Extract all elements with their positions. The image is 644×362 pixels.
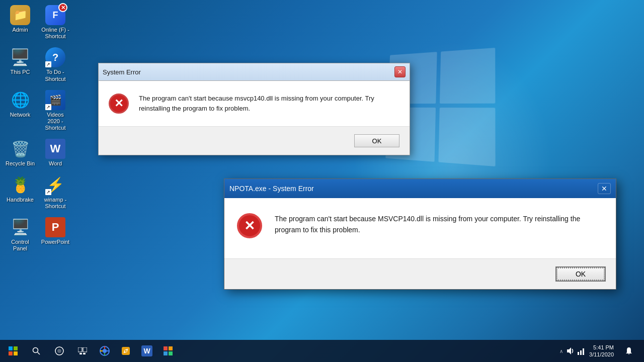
start-button[interactable]	[2, 340, 24, 362]
tiles-icon	[163, 346, 173, 356]
taskbar-left: W	[0, 340, 178, 362]
svg-marker-20	[567, 347, 571, 354]
icon-row-2: 🖥️ This PC ? ↗ To Do - Shortcut	[3, 45, 73, 84]
desktop-icon-winamp[interactable]: ⚡ ↗ winamp - Shortcut	[38, 172, 73, 212]
online-f-icon-label: Online (F) - Shortcut	[40, 27, 70, 40]
desktop-icon-control-panel[interactable]: 🖥️ Control Panel	[3, 215, 38, 254]
task-view-button[interactable]	[71, 340, 94, 362]
desktop-icon-handbrake[interactable]: 🍍 Handbrake	[3, 172, 38, 212]
network-icon-label: Network	[10, 112, 30, 118]
videos-shortcut-arrow-icon: ↗	[45, 104, 51, 110]
desktop-icon-network[interactable]: 🌐 Network	[3, 87, 38, 134]
cortana-button[interactable]	[48, 340, 70, 362]
admin-folder-icon: 📁	[10, 5, 30, 25]
clock-date: 3/11/2020	[589, 351, 614, 358]
desktop-icon-videos[interactable]: 🎬 ↗ Videos 2020 - Shortcut	[38, 87, 73, 134]
desktop-icon-word[interactable]: W Word	[38, 136, 73, 169]
handbrake-icon-label: Handbrake	[7, 197, 34, 203]
icon-row-4: 🗑️ Recycle Bin W Word	[3, 136, 73, 169]
desktop-icon-todo[interactable]: ? ↗ To Do - Shortcut	[38, 45, 73, 84]
dialog1-body: ✕ The program can't start because msvcp1…	[99, 81, 410, 126]
desktop-icon-powerpoint[interactable]: P PowerPoint	[38, 215, 73, 254]
winamp-icon-label: winamp - Shortcut	[40, 197, 70, 210]
videos-icon-label: Videos 2020 - Shortcut	[40, 112, 70, 132]
winaero-taskbar-button[interactable]	[116, 340, 136, 362]
svg-rect-21	[578, 352, 579, 355]
svg-rect-10	[79, 353, 82, 354]
icon-row-3: 🌐 Network 🎬 ↗ Videos 2020 - Shortcut	[3, 87, 73, 134]
dialog2-close-button[interactable]: ✕	[598, 183, 611, 194]
volume-icon[interactable]	[566, 347, 574, 355]
task-view-icon	[78, 347, 87, 354]
icon-row-6: 🖥️ Control Panel P PowerPoint	[3, 215, 73, 254]
tray-expand-icon[interactable]: ∧	[559, 348, 563, 354]
winaero-pencil-icon	[121, 346, 131, 356]
powerpoint-icon-label: PowerPoint	[41, 239, 69, 245]
icon-row-1: 📁 Admin F ✕ Online (F) - Shortcut	[3, 3, 73, 42]
system-tray: ∧	[559, 347, 585, 355]
todo-icon-label: To Do - Shortcut	[40, 69, 70, 82]
word-taskbar-icon: W	[141, 345, 152, 356]
dialog2-footer: OK	[224, 258, 616, 289]
notification-button[interactable]	[618, 340, 640, 362]
svg-rect-8	[78, 347, 82, 352]
word-w-icon: W	[45, 139, 65, 159]
dialog1-title: System Error	[103, 68, 141, 76]
recycle-bin-icon: 🗑️	[11, 140, 30, 158]
clock-time: 5:41 PM	[593, 344, 614, 351]
svg-rect-9	[83, 347, 87, 352]
dialog2-titlebar[interactable]: NPOTA.exe - System Error ✕	[224, 179, 616, 198]
svg-rect-17	[169, 346, 173, 350]
svg-point-4	[33, 348, 38, 353]
svg-rect-19	[169, 351, 173, 355]
taskbar-right: ∧ 5:41 PM 3/11/2020	[559, 340, 644, 362]
dialog2-ok-button[interactable]: OK	[555, 266, 606, 282]
dialog1-message: The program can't start because msvcp140…	[139, 94, 399, 113]
tiles-taskbar-button[interactable]	[158, 340, 178, 362]
control-panel-monitor-icon: 🖥️	[11, 218, 30, 236]
icon-row-5: 🍍 Handbrake ⚡ ↗ winamp - Shortcut	[3, 172, 73, 212]
svg-rect-11	[83, 353, 86, 354]
chrome-icon	[100, 346, 110, 356]
system-error-dialog-1: System Error ✕ ✕ The program can't start…	[98, 63, 410, 155]
network-monitor-icon: 🌐	[11, 91, 30, 109]
desktop-icon-admin[interactable]: 📁 Admin	[3, 3, 38, 42]
svg-point-13	[103, 349, 107, 353]
powerpoint-p-icon: P	[45, 217, 65, 237]
search-button[interactable]	[25, 340, 47, 362]
videos-icon-img: 🎬 ↗	[45, 90, 65, 110]
recycle-icon-img: 🗑️	[10, 139, 30, 159]
powerpoint-icon-img: P	[45, 217, 65, 237]
chrome-taskbar-button[interactable]	[95, 340, 115, 362]
svg-rect-2	[9, 351, 13, 355]
dialog1-ok-button[interactable]: OK	[354, 134, 399, 147]
desktop-icon-this-pc[interactable]: 🖥️ This PC	[3, 45, 38, 84]
dialog2-title: NPOTA.exe - System Error	[229, 185, 314, 193]
dialog1-close-button[interactable]: ✕	[394, 66, 406, 77]
system-clock[interactable]: 5:41 PM 3/11/2020	[587, 344, 616, 358]
windows-start-icon	[9, 346, 18, 355]
system-error-dialog-2: NPOTA.exe - System Error ✕ ✕ The program…	[224, 178, 616, 290]
svg-rect-23	[583, 348, 584, 355]
word-icon-label: Word	[49, 160, 62, 167]
svg-line-5	[38, 352, 40, 355]
dialog1-footer: OK	[99, 126, 410, 155]
winamp-icon-img: ⚡ ↗	[45, 175, 65, 195]
desktop-icon-recycle[interactable]: 🗑️ Recycle Bin	[3, 136, 38, 169]
recycle-icon-label: Recycle Bin	[6, 160, 35, 167]
dialog2-error-icon: ✕	[237, 213, 262, 238]
svg-rect-1	[14, 346, 18, 350]
svg-rect-18	[164, 351, 168, 355]
dialog2-message: The program can't start because MSVCP140…	[275, 213, 603, 236]
desktop-icon-online-f[interactable]: F ✕ Online (F) - Shortcut	[38, 3, 73, 42]
desktop: 📁 Admin F ✕ Online (F) - Shortcut 🖥️ Thi…	[0, 0, 644, 362]
taskbar: W ∧	[0, 340, 644, 362]
network-tray-icon[interactable]	[577, 347, 585, 355]
svg-rect-3	[14, 351, 18, 355]
this-pc-icon-label: This PC	[10, 69, 30, 75]
word-taskbar-button[interactable]: W	[137, 340, 157, 362]
dialog1-error-icon: ✕	[109, 94, 129, 114]
admin-icon-img: 📁	[10, 5, 30, 25]
dialog1-titlebar[interactable]: System Error ✕	[99, 63, 410, 81]
this-pc-monitor-icon: 🖥️	[10, 48, 30, 67]
